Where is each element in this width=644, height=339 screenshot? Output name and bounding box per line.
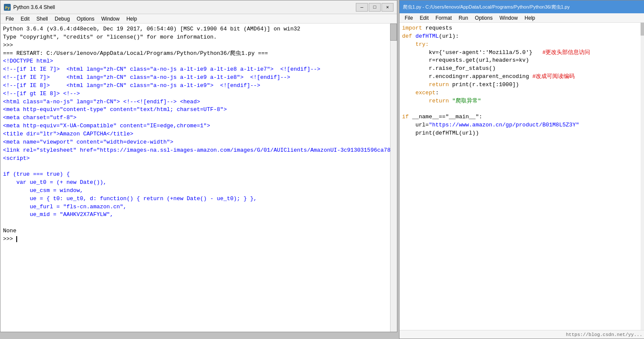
shell-line-9: <!--[if gt IE 8]> <!-->	[3, 90, 394, 98]
editor-line-9: except:	[402, 89, 642, 97]
shell-line-11: <meta http-equiv="content-type" content=…	[3, 106, 394, 114]
editor-line-8: return print(r.text[:1000])	[402, 81, 642, 89]
window-controls: — □ ✕	[356, 3, 394, 12]
editor-line-6: r.raise_for_status()	[402, 65, 642, 73]
shell-line-8: <!--[if IE 8]> <html lang="zh-CN" class=…	[3, 82, 394, 90]
menu-edit[interactable]: Edit	[17, 15, 33, 23]
shell-line-13: <meta http-equiv="X-UA-Compatible" conte…	[3, 122, 394, 130]
editor-menu-options[interactable]: Options	[471, 14, 496, 22]
editor-scrollbar[interactable]	[641, 23, 644, 330]
shell-scrollbar-thumb[interactable]	[390, 24, 397, 41]
maximize-button[interactable]: □	[369, 3, 381, 12]
editor-menu-edit[interactable]: Edit	[416, 14, 432, 22]
close-button[interactable]: ✕	[382, 3, 394, 12]
shell-line-12: <meta charset="utf-8">	[3, 114, 394, 122]
titlebar-left: Py Python 3.6.4 Shell	[4, 4, 55, 11]
editor-line-7: r.encoding=r.apparent_encoding #改成可阅读编码	[402, 73, 642, 81]
shell-line-15: <meta name="viewport" content="width=dev…	[3, 138, 394, 147]
shell-line-1: Python 3.6.4 (v3.6.4:d48eceb, Dec 19 201…	[3, 25, 394, 33]
python-icon: Py	[4, 4, 11, 11]
shell-line-23: ue_furl = "fls-cn.amazon.cn",	[3, 203, 394, 211]
shell-line-5: <!DOCTYPE html>	[3, 57, 394, 66]
shell-line-16: <link rel="stylesheet" href="https://ima…	[3, 147, 394, 155]
editor-line-2: def defHTML(url):	[402, 33, 642, 41]
shell-line-21: ue_csm = window,	[3, 187, 394, 195]
editor-status-text: https://blog.csdn.net/yy...	[566, 332, 642, 337]
editor-titlebar: 爬虫1.py - C:/Users/lenovo/AppData/Local/P…	[400, 0, 644, 13]
shell-line-25	[3, 219, 394, 227]
editor-content[interactable]: import requests def defHTML(url): try: k…	[400, 23, 644, 330]
shell-line-3: >>>	[3, 42, 394, 50]
shell-line-6: <!--[if lt IE 7]> <html lang="zh-CN" cla…	[3, 66, 394, 74]
shell-line-20: var ue_t0 = (+ new Date()),	[3, 179, 394, 187]
editor-line-11: if __name__=="__main__":	[402, 113, 642, 121]
shell-scrollbar[interactable]	[390, 24, 397, 332]
shell-line-14: <title dir="ltr">Amazon CAPTCHA</title>	[3, 130, 394, 138]
editor-menu-help[interactable]: Help	[521, 14, 539, 22]
editor-menu-format[interactable]: Format	[432, 14, 455, 22]
editor-line-4: kv={'user-agent':'Mozilla/5.0'} #更改头部信息访…	[402, 49, 642, 57]
shell-line-22: ue = { t0: ue_t0, d: function() { return…	[3, 195, 394, 203]
editor-line-1: import requests	[402, 24, 642, 33]
editor-window: 爬虫1.py - C:/Users/lenovo/AppData/Local/P…	[399, 0, 644, 339]
shell-titlebar: Py Python 3.6.4 Shell — □ ✕	[0, 0, 397, 14]
editor-menubar: File Edit Format Run Options Window Help	[400, 13, 644, 23]
shell-line-4: === RESTART: C:/Users/lenovo/AppData/Loc…	[3, 50, 394, 58]
menu-shell[interactable]: Shell	[33, 15, 51, 23]
menu-options[interactable]: Options	[73, 15, 98, 23]
editor-menu-window[interactable]: Window	[496, 14, 521, 22]
editor-line-12: url="https://www.amazon.cn/gp/product/B0…	[402, 121, 642, 129]
editor-scrollbar-thumb[interactable]	[641, 23, 644, 36]
svg-text:Py: Py	[5, 6, 10, 10]
shell-line-10: <html class="a-no-js" lang="zh-CN"> <!--…	[3, 98, 394, 106]
shell-prompt: >>>	[3, 235, 394, 243]
editor-status-bar: https://blog.csdn.net/yy...	[400, 330, 644, 339]
shell-line-24: ue_mid = "AAHKV2X7AFYLW",	[3, 211, 394, 219]
editor-line-3: try:	[402, 41, 642, 49]
shell-line-18	[3, 162, 394, 171]
menu-debug[interactable]: Debug	[51, 15, 73, 23]
shell-title: Python 3.6.4 Shell	[13, 4, 55, 10]
shell-line-19: if (true === true) {	[3, 171, 394, 179]
shell-line-7: <!--[if IE 7]> <html lang="zh-CN" class=…	[3, 74, 394, 82]
shell-line-none: None	[3, 227, 394, 235]
editor-line-blank	[402, 105, 642, 113]
menu-file[interactable]: File	[2, 15, 17, 23]
shell-line-2: Type "copyright", "credits" or "license(…	[3, 33, 394, 42]
minimize-button[interactable]: —	[356, 3, 368, 12]
editor-line-10: return "爬取异常"	[402, 97, 642, 105]
shell-line-17: <script>	[3, 155, 394, 163]
editor-title: 爬虫1.py - C:/Users/lenovo/AppData/Local/P…	[403, 4, 569, 10]
editor-line-5: r=requests.get(url,headers=kv)	[402, 57, 642, 65]
shell-menubar: File Edit Shell Debug Options Window Hel…	[0, 14, 397, 24]
menu-window[interactable]: Window	[98, 15, 123, 23]
editor-line-13: print(defHTML(url))	[402, 129, 642, 138]
shell-window: Py Python 3.6.4 Shell — □ ✕ File Edit Sh…	[0, 0, 397, 332]
editor-menu-run[interactable]: Run	[455, 14, 471, 22]
shell-content[interactable]: Python 3.6.4 (v3.6.4:d48eceb, Dec 19 201…	[0, 24, 397, 332]
menu-help[interactable]: Help	[123, 15, 140, 23]
editor-menu-file[interactable]: File	[401, 14, 416, 22]
